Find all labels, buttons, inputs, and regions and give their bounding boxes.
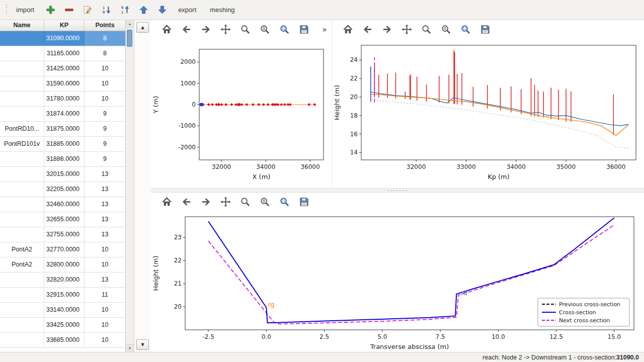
move-row-down-button[interactable]: ▼ bbox=[136, 339, 149, 350]
cell-points[interactable]: 10 bbox=[85, 76, 125, 91]
column-header-points[interactable]: Points bbox=[85, 20, 126, 31]
cell-points[interactable]: 9 bbox=[85, 137, 125, 151]
table-row[interactable]: PontA232770.000010 bbox=[0, 242, 125, 257]
cell-kp[interactable]: 32460.0000 bbox=[44, 197, 85, 212]
cell-kp[interactable]: 33425.0000 bbox=[44, 318, 85, 332]
home-icon[interactable] bbox=[341, 23, 354, 36]
table-row[interactable]: 32915.000011 bbox=[0, 288, 125, 303]
cell-kp[interactable]: 31780.0000 bbox=[44, 92, 85, 106]
cell-name[interactable] bbox=[0, 31, 44, 46]
cell-name[interactable] bbox=[0, 152, 44, 166]
cell-name[interactable] bbox=[0, 318, 44, 332]
table-row[interactable]: 32460.000013 bbox=[0, 197, 125, 212]
cell-points[interactable]: 10 bbox=[85, 242, 125, 257]
forward-icon[interactable] bbox=[380, 23, 393, 36]
cell-points[interactable]: 10 bbox=[85, 333, 125, 347]
toolbar-extension-button[interactable]: » bbox=[322, 25, 327, 34]
sort-descending-icon[interactable]: 91 bbox=[119, 4, 131, 16]
pan-icon[interactable] bbox=[219, 195, 232, 208]
table-row[interactable]: 31590.000010 bbox=[0, 76, 125, 92]
save-icon[interactable] bbox=[478, 23, 492, 36]
table-row[interactable]: PontRD10...31875.00009 bbox=[0, 122, 125, 137]
cell-kp[interactable]: 32205.0000 bbox=[44, 182, 85, 197]
forward-icon[interactable] bbox=[199, 195, 212, 208]
save-icon[interactable] bbox=[297, 195, 310, 208]
table-row[interactable]: PontA232800.000010 bbox=[0, 257, 125, 273]
table-row[interactable]: 31874.00009 bbox=[0, 107, 125, 122]
column-header-name[interactable]: Name bbox=[0, 20, 44, 31]
table-row[interactable]: 31886.00009 bbox=[0, 152, 125, 167]
cell-kp[interactable]: 31874.0000 bbox=[44, 107, 85, 121]
cell-kp[interactable]: 31165.0000 bbox=[44, 46, 85, 61]
cell-kp[interactable]: 32755.0000 bbox=[44, 227, 85, 242]
cell-points[interactable]: 9 bbox=[85, 152, 125, 166]
cell-points[interactable]: 13 bbox=[85, 273, 125, 287]
cell-points[interactable]: 13 bbox=[85, 167, 125, 182]
cell-name[interactable] bbox=[0, 212, 44, 227]
cell-points[interactable]: 9 bbox=[85, 107, 125, 121]
save-icon[interactable] bbox=[297, 23, 310, 36]
cell-points[interactable]: 10 bbox=[85, 257, 125, 272]
cell-kp[interactable]: 32655.0000 bbox=[44, 212, 85, 227]
cell-points[interactable]: 8 bbox=[85, 31, 125, 46]
cell-points[interactable]: 13 bbox=[85, 182, 125, 197]
scrollbar-thumb[interactable] bbox=[127, 30, 132, 47]
table-row[interactable]: 32655.000013 bbox=[0, 212, 125, 227]
options-icon[interactable] bbox=[439, 23, 452, 36]
cell-kp[interactable]: 32015.0000 bbox=[44, 167, 85, 182]
cell-name[interactable]: PontA2 bbox=[0, 242, 44, 257]
back-icon[interactable] bbox=[180, 195, 193, 208]
export-button[interactable]: export bbox=[175, 4, 200, 16]
cell-kp[interactable]: 31425.0000 bbox=[44, 61, 85, 76]
cell-points[interactable]: 10 bbox=[85, 303, 125, 317]
cell-kp[interactable]: 31090.0000 bbox=[44, 31, 85, 46]
cell-kp[interactable]: 31590.0000 bbox=[44, 76, 85, 91]
cell-kp[interactable]: 32915.0000 bbox=[44, 288, 85, 302]
cell-points[interactable]: 9 bbox=[85, 122, 125, 136]
options-icon[interactable] bbox=[258, 195, 271, 208]
edit-icon[interactable] bbox=[82, 4, 94, 16]
cell-points[interactable]: 13 bbox=[85, 227, 125, 242]
cell-kp[interactable]: 31886.0000 bbox=[44, 152, 85, 166]
longitudinal-profile-chart[interactable]: 3200033000340003500036000141618202224Kp … bbox=[332, 38, 644, 186]
cell-name[interactable] bbox=[0, 76, 44, 91]
cell-points[interactable]: 10 bbox=[85, 92, 125, 106]
table-row[interactable]: 31425.000010 bbox=[0, 61, 125, 76]
cell-name[interactable] bbox=[0, 182, 44, 197]
cell-points[interactable]: 10 bbox=[85, 61, 125, 76]
cell-kp[interactable]: 32770.0000 bbox=[44, 242, 85, 257]
back-icon[interactable] bbox=[180, 23, 193, 36]
cell-name[interactable] bbox=[0, 333, 44, 347]
cell-kp[interactable]: 33685.0000 bbox=[44, 333, 85, 347]
cell-points[interactable]: 11 bbox=[85, 288, 125, 302]
zoom-icon[interactable] bbox=[420, 23, 433, 36]
toolbar-handle[interactable] bbox=[5, 5, 8, 15]
cell-name[interactable]: PontA2 bbox=[0, 257, 44, 272]
pan-icon[interactable] bbox=[219, 23, 232, 36]
cell-name[interactable]: PontRD101v bbox=[0, 137, 44, 151]
cell-name[interactable] bbox=[0, 167, 44, 182]
cell-points[interactable]: 8 bbox=[85, 46, 125, 61]
move-up-icon[interactable] bbox=[137, 4, 149, 16]
remove-icon[interactable] bbox=[63, 4, 75, 16]
import-button[interactable]: import bbox=[13, 4, 38, 16]
cell-kp[interactable]: 31875.0000 bbox=[44, 122, 85, 136]
cell-name[interactable]: PontRD10... bbox=[0, 122, 44, 136]
scrollbar-track[interactable] bbox=[126, 28, 134, 344]
cell-points[interactable]: 13 bbox=[85, 197, 125, 212]
cell-name[interactable] bbox=[0, 92, 44, 106]
cell-points[interactable]: 13 bbox=[85, 212, 125, 227]
cell-name[interactable] bbox=[0, 288, 44, 302]
table-row[interactable]: 31090.00008 bbox=[0, 31, 125, 46]
table-row[interactable]: 31165.00008 bbox=[0, 46, 125, 61]
cell-name[interactable] bbox=[0, 107, 44, 121]
cell-name[interactable] bbox=[0, 273, 44, 287]
cell-kp[interactable]: 32820.0000 bbox=[44, 273, 85, 287]
table-row[interactable]: 31780.000010 bbox=[0, 92, 125, 107]
add-icon[interactable] bbox=[44, 4, 56, 16]
cell-name[interactable] bbox=[0, 46, 44, 61]
table-row[interactable]: 32755.000013 bbox=[0, 227, 125, 242]
forward-icon[interactable] bbox=[199, 23, 212, 36]
table-row[interactable]: 33425.000010 bbox=[0, 318, 125, 333]
zoom-icon[interactable] bbox=[238, 195, 252, 208]
